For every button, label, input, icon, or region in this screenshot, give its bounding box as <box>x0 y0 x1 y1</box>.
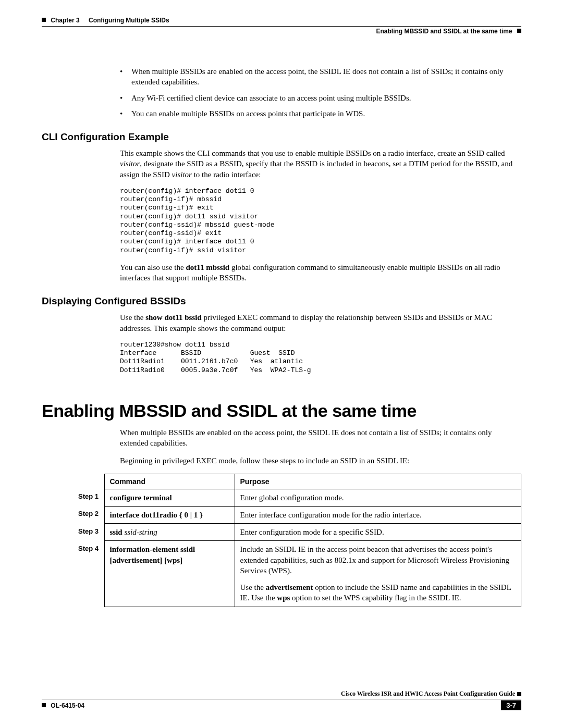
display-intro-paragraph: Use the show dot11 bssid privileged EXEC… <box>120 312 521 334</box>
footer-doc-title: Cisco Wireless ISR and HWIC Access Point… <box>42 690 521 698</box>
chapter-title: Configuring Multiple SSIDs <box>89 17 169 24</box>
command-table: Command Purpose Step 1 configure termina… <box>73 474 521 607</box>
display-code-block: router1230#show dot11 bssid Interface BS… <box>120 341 521 375</box>
header-square-icon <box>42 18 46 22</box>
command-cell: configure terminal <box>104 489 235 506</box>
table-row: Step 1 configure terminal Enter global c… <box>73 489 521 506</box>
list-item: Any Wi-Fi certified client device can as… <box>120 93 521 103</box>
cli-outro-paragraph: You can also use the dot11 mbssid global… <box>120 262 521 283</box>
header-rule <box>42 26 521 27</box>
cli-code-block: router(config)# interface dot11 0 router… <box>120 187 521 255</box>
footer-square-icon-left <box>42 703 46 707</box>
command-cell: ssid ssid-string <box>104 524 235 541</box>
table-row: Step 4 information-element ssidl [advert… <box>73 541 521 579</box>
footer-doc-id: OL-6415-04 <box>42 702 84 709</box>
footer-square-icon <box>517 692 521 696</box>
footer-rule <box>42 699 521 699</box>
purpose-cell: Enter global configuration mode. <box>235 489 521 506</box>
cli-intro-paragraph: This example shows the CLI commands that… <box>120 148 521 180</box>
table-header-row: Command Purpose <box>73 474 521 489</box>
chapter-label: Chapter 3 <box>51 17 79 24</box>
purpose-cell: Enter configuration mode for a specific … <box>235 524 521 541</box>
enable-para1: When multiple BSSIDs are enabled on the … <box>120 427 521 449</box>
step-header <box>73 474 104 489</box>
purpose-cell: Use the advertisement option to include … <box>235 579 521 607</box>
list-item: You can enable multiple BSSIDs on access… <box>120 108 521 119</box>
purpose-cell: Enter interface configuration mode for t… <box>235 506 521 523</box>
table-row: Step 3 ssid ssid-string Enter configurat… <box>73 524 521 541</box>
header-section-right: Enabling MBSSID and SSIDL at the same ti… <box>42 28 521 35</box>
step-cell: Step 1 <box>73 489 104 506</box>
command-cell: interface dot11radio { 0 | 1 } <box>104 506 235 523</box>
table-row: Use the advertisement option to include … <box>73 579 521 607</box>
section-heading-cli: CLI Configuration Example <box>42 131 521 143</box>
command-cell-empty <box>104 579 235 607</box>
page-footer: Cisco Wireless ISR and HWIC Access Point… <box>42 690 521 710</box>
intro-bullet-list: When multiple BSSIDs are enabled on the … <box>120 66 521 119</box>
table-row: Step 2 interface dot11radio { 0 | 1 } En… <box>73 506 521 523</box>
step-cell: Step 2 <box>73 506 104 523</box>
page-header: Chapter 3 Configuring Multiple SSIDs <box>42 17 521 24</box>
step-cell-empty <box>73 579 104 607</box>
command-header: Command <box>104 474 235 489</box>
header-square-icon-right <box>517 29 521 33</box>
section-heading-display: Displaying Configured BSSIDs <box>42 295 521 307</box>
enable-para2: Beginning in privileged EXEC mode, follo… <box>120 455 521 466</box>
purpose-cell: Include an SSIDL IE in the access point … <box>235 541 521 579</box>
page-number: 3-7 <box>501 700 521 710</box>
step-cell: Step 3 <box>73 524 104 541</box>
step-cell: Step 4 <box>73 541 104 579</box>
list-item: When multiple BSSIDs are enabled on the … <box>120 66 521 88</box>
command-cell: information-element ssidl [advertisement… <box>104 541 235 579</box>
main-heading: Enabling MBSSID and SSIDL at the same ti… <box>42 401 521 421</box>
purpose-header: Purpose <box>235 474 521 489</box>
